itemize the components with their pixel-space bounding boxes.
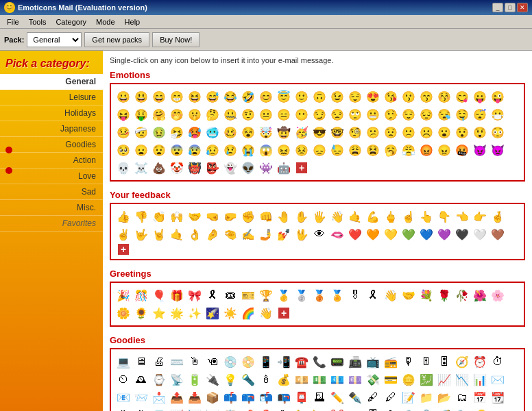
emoji-item[interactable]: 📁 (418, 389, 435, 406)
emoji-item[interactable]: 😢 (222, 142, 239, 158)
emoji-item[interactable]: 📝 (400, 389, 417, 406)
emoji-item[interactable]: ✌️ (115, 226, 132, 242)
emoji-item[interactable]: 💚 (400, 226, 417, 242)
emoji-item[interactable]: 😭 (240, 142, 256, 158)
emoji-item[interactable]: 💀 (115, 160, 132, 176)
emoji-item[interactable]: 👇 (436, 208, 452, 225)
emoji-item[interactable]: 🖋 (365, 389, 381, 406)
get-new-packs-button[interactable]: Get new packs (84, 32, 149, 47)
buy-now-button[interactable]: Buy Now! (152, 32, 200, 47)
emoji-item[interactable]: 🙂 (293, 88, 310, 105)
sidebar-item-favorites[interactable]: Favorites (0, 216, 103, 232)
emoji-item[interactable]: 📬 (258, 389, 274, 406)
emoji-item[interactable]: 🤝 (400, 287, 417, 303)
emoji-item[interactable]: 😙 (418, 88, 435, 105)
emoji-item[interactable]: 🤢 (151, 124, 167, 140)
emoji-item[interactable]: ✒️ (347, 389, 363, 406)
emoji-item[interactable]: 💜 (436, 226, 452, 242)
emoji-item[interactable]: 📇 (151, 407, 167, 411)
emoji-item[interactable]: 🥵 (186, 124, 203, 140)
emoji-item[interactable]: 📞 (311, 353, 328, 370)
emoji-item[interactable]: 😣 (293, 142, 310, 158)
pack-select[interactable]: General Fun Holiday Love (27, 32, 82, 47)
emoji-item[interactable]: 📮 (293, 389, 310, 406)
emoji-item[interactable]: 😮 (436, 124, 452, 140)
sidebar-item-action[interactable]: Action (0, 153, 103, 169)
emoji-item[interactable]: 😬 (365, 106, 381, 123)
emoji-item[interactable]: 🖲 (204, 353, 221, 370)
sidebar-item-general[interactable]: General (0, 74, 103, 90)
emoji-item[interactable]: 📌 (240, 407, 256, 411)
emoji-item[interactable]: 😈 (472, 142, 488, 158)
emoji-item[interactable]: 👺 (204, 160, 221, 176)
emoji-item[interactable]: 🌻 (133, 305, 149, 321)
emoji-item[interactable]: 🤠 (276, 124, 292, 140)
emoji-item[interactable]: 😧 (151, 142, 167, 158)
emoji-item[interactable]: 😠 (436, 142, 452, 158)
emoji-item[interactable]: 📻 (383, 353, 399, 370)
emoji-item[interactable]: 📪 (240, 389, 256, 406)
emoji-item[interactable]: 💛 (383, 226, 399, 242)
emoji-item[interactable]: 🏆 (258, 287, 274, 303)
emoji-item[interactable]: ☝️ (400, 208, 417, 225)
emoji-item[interactable]: 🤣 (240, 88, 256, 105)
emoji-item[interactable]: 📆 (489, 389, 506, 406)
emoji-item[interactable]: 😘 (383, 88, 399, 105)
emoji-item[interactable]: 🗃 (347, 407, 363, 411)
emoji-item[interactable]: 😤 (400, 142, 417, 158)
emoji-item[interactable]: 🤤 (454, 106, 470, 123)
emoji-item[interactable]: 👌 (186, 226, 203, 242)
emoji-item[interactable]: 😟 (383, 124, 399, 140)
emoji-item[interactable]: 👈 (454, 208, 470, 225)
emoji-item[interactable]: 🖕 (383, 208, 399, 225)
emoji-item[interactable]: 📠 (347, 353, 363, 370)
emoji-item[interactable]: 📏 (293, 407, 310, 411)
emoji-item[interactable]: 🎗 (365, 287, 381, 303)
emoji-item[interactable]: 💸 (365, 371, 381, 388)
close-button[interactable]: ✕ (517, 3, 528, 12)
emoji-item[interactable]: 👽 (240, 160, 256, 176)
emoji-item[interactable]: 📡 (169, 371, 185, 388)
emoji-item[interactable]: 👉 (472, 208, 488, 225)
emoji-item[interactable]: 💴 (293, 371, 310, 388)
sidebar-item-leisure[interactable]: Leisure (0, 90, 103, 105)
emoji-item[interactable]: 😃 (133, 88, 149, 105)
emoji-item[interactable]: 😨 (169, 142, 185, 158)
emoji-item[interactable]: 🤙 (169, 226, 185, 242)
emoji-item[interactable]: 😩 (347, 142, 363, 158)
emoji-item[interactable]: 😞 (311, 142, 328, 158)
emoji-item[interactable]: 📺 (365, 353, 381, 370)
emoji-item[interactable]: 💻 (115, 353, 132, 370)
emoji-item[interactable]: ☀️ (222, 305, 239, 321)
emoji-item[interactable]: 👻 (222, 160, 239, 176)
emoji-item[interactable]: 👋 (329, 208, 346, 225)
emoji-item[interactable]: 😗 (400, 88, 417, 105)
emoji-item[interactable]: 😡 (418, 142, 435, 158)
emoji-item[interactable]: ⌚ (151, 371, 167, 388)
emoji-item[interactable]: 📭 (276, 389, 292, 406)
emoji-item[interactable]: 🔐 (454, 407, 470, 411)
emoji-item[interactable]: 🎗 (204, 287, 221, 303)
emoji-item[interactable]: 📂 (436, 389, 452, 406)
emoji-item[interactable]: 🤯 (258, 124, 274, 140)
emoji-item[interactable]: ⌨️ (169, 353, 185, 370)
emoji-item[interactable]: 🤍 (472, 226, 488, 242)
emoji-item[interactable]: 🥳 (293, 124, 310, 140)
emoji-item[interactable]: 🖱 (186, 353, 203, 370)
emoji-item[interactable]: 🤚 (276, 208, 292, 225)
emoji-item[interactable]: 🤧 (169, 124, 185, 140)
emoji-item[interactable]: 🗝 (489, 407, 506, 411)
emoji-item[interactable]: 🎫 (240, 287, 256, 303)
emoji-item[interactable]: ⭐ (151, 305, 167, 321)
emoji-item[interactable]: 🔏 (436, 407, 452, 411)
emoji-item[interactable]: 💰 (276, 371, 292, 388)
emoji-item[interactable]: 😲 (472, 124, 488, 140)
emoji-item[interactable]: 🖐 (311, 208, 328, 225)
emoji-item[interactable]: 📟 (329, 353, 346, 370)
emoji-item[interactable]: 📥 (186, 389, 203, 406)
emoji-item[interactable]: 🤕 (133, 124, 149, 140)
emoji-item[interactable]: ☹️ (418, 124, 435, 140)
emoji-item[interactable]: 🗂 (454, 389, 470, 406)
emoji-item[interactable]: 🕯 (258, 371, 274, 388)
emoji-item[interactable]: 😂 (222, 88, 239, 105)
